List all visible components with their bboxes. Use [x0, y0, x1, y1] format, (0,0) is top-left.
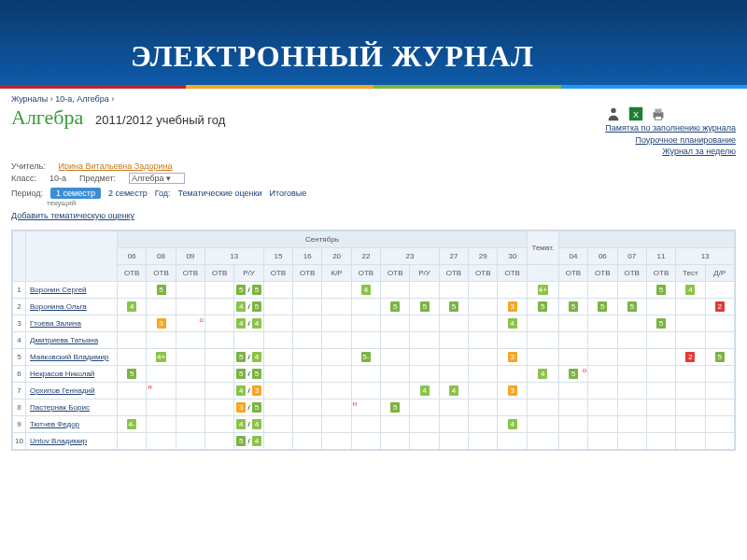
day-header[interactable]: 13 [676, 247, 735, 264]
grade-cell[interactable] [617, 365, 646, 382]
day-header[interactable]: 22 [351, 247, 380, 264]
grade-cell[interactable] [322, 365, 351, 382]
grade-cell[interactable] [498, 365, 527, 382]
grade-cell[interactable] [469, 331, 498, 348]
grade-cell[interactable] [676, 365, 705, 382]
grade-cell[interactable] [263, 331, 292, 348]
grade-cell[interactable] [118, 281, 147, 298]
excel-export-icon[interactable]: X [627, 105, 644, 122]
grade-cell[interactable] [410, 281, 439, 298]
grade-cell[interactable] [147, 399, 176, 415]
grade-cell[interactable] [293, 298, 322, 315]
grade-cell[interactable] [558, 415, 587, 432]
grade-cell[interactable] [469, 315, 498, 331]
breadcrumb-journals[interactable]: Журналы [11, 94, 48, 104]
grade-cell[interactable] [676, 298, 705, 315]
grade-cell[interactable]: 5 / 4 [234, 348, 263, 365]
grade-cell[interactable] [410, 365, 439, 382]
grade-cell[interactable] [118, 382, 147, 399]
grade-cell[interactable]: 4+ [147, 348, 176, 365]
grade-cell[interactable] [617, 432, 646, 449]
grade-cell[interactable] [147, 298, 176, 315]
grade-cell[interactable] [469, 281, 498, 298]
grade-cell[interactable] [588, 432, 617, 449]
grade-cell[interactable]: 3 [498, 298, 527, 315]
grade-cell[interactable] [410, 315, 439, 331]
grade-cell[interactable] [176, 298, 204, 315]
grade-cell[interactable] [646, 365, 675, 382]
grade-cell[interactable] [646, 382, 675, 399]
grade-cell[interactable]: 5о [558, 365, 587, 382]
grade-cell[interactable] [176, 432, 204, 449]
grade-cell[interactable] [322, 432, 351, 449]
grade-cell[interactable] [263, 399, 292, 415]
student-icon[interactable] [605, 105, 622, 122]
grade-cell[interactable]: н [351, 399, 380, 415]
day-header[interactable]: 07 [617, 247, 646, 264]
grade-cell[interactable] [439, 432, 468, 449]
grade-cell[interactable] [176, 415, 204, 432]
grade-cell[interactable] [646, 432, 675, 449]
student-name[interactable]: Орхипов Геннадий [26, 382, 118, 399]
grade-cell[interactable] [469, 348, 498, 365]
day-header[interactable]: 27 [439, 247, 468, 264]
grade-cell[interactable]: 3 [498, 382, 527, 399]
grade-cell[interactable]: 5 [439, 298, 468, 315]
grade-cell[interactable] [439, 315, 468, 331]
grade-cell[interactable]: 5 [527, 298, 558, 315]
grade-cell[interactable] [351, 432, 380, 449]
grade-cell[interactable] [293, 331, 322, 348]
grade-cell[interactable] [351, 331, 380, 348]
grade-cell[interactable] [293, 365, 322, 382]
link-week[interactable]: Журнал за неделю [605, 146, 736, 158]
grade-cell[interactable] [205, 298, 234, 315]
day-header[interactable]: 11 [646, 247, 675, 264]
grade-cell[interactable] [588, 365, 617, 382]
grade-cell[interactable] [410, 415, 439, 432]
grade-cell[interactable]: 3 [147, 315, 176, 331]
period-sem1[interactable]: 1 семестр [50, 188, 101, 199]
grade-cell[interactable]: 4 / 4 [234, 315, 263, 331]
grade-cell[interactable] [588, 281, 617, 298]
grade-cell[interactable]: 5 [118, 365, 147, 382]
student-name[interactable]: Пастернак Борис [26, 399, 118, 415]
grade-cell[interactable] [617, 331, 646, 348]
grade-cell[interactable] [322, 382, 351, 399]
grade-cell[interactable]: 4 / 4 [234, 415, 263, 432]
grade-cell[interactable] [176, 399, 204, 415]
grade-cell[interactable] [439, 415, 468, 432]
grade-cell[interactable] [118, 348, 147, 365]
grade-cell[interactable] [498, 331, 527, 348]
grade-cell[interactable] [205, 365, 234, 382]
grade-cell[interactable] [176, 331, 204, 348]
grade-cell[interactable]: 5 [381, 399, 410, 415]
grade-cell[interactable] [527, 415, 558, 432]
grade-cell[interactable] [322, 331, 351, 348]
grade-cell[interactable] [410, 348, 439, 365]
grade-cell[interactable] [381, 331, 410, 348]
grade-cell[interactable] [617, 415, 646, 432]
grade-cell[interactable] [147, 331, 176, 348]
grade-cell[interactable] [588, 399, 617, 415]
grade-cell[interactable]: 4 [498, 415, 527, 432]
add-theme-grade[interactable]: Добавить тематическую оценку [11, 211, 736, 220]
day-header[interactable]: 04 [558, 247, 587, 264]
grade-cell[interactable] [705, 399, 734, 415]
grade-cell[interactable]: 5 / 5 [234, 281, 263, 298]
day-header[interactable]: 20 [322, 247, 351, 264]
grade-cell[interactable] [527, 315, 558, 331]
grade-cell[interactable] [705, 281, 734, 298]
grade-cell[interactable] [498, 399, 527, 415]
grade-cell[interactable]: 5 [646, 315, 675, 331]
grade-cell[interactable] [439, 331, 468, 348]
student-name[interactable]: Дмитриева Татьяна [26, 331, 118, 348]
day-header[interactable]: 06 [588, 247, 617, 264]
grade-cell[interactable] [176, 382, 204, 399]
grade-cell[interactable] [381, 432, 410, 449]
grade-cell[interactable] [118, 399, 147, 415]
grade-cell[interactable] [176, 348, 204, 365]
grade-cell[interactable] [469, 382, 498, 399]
grade-cell[interactable] [676, 382, 705, 399]
grade-cell[interactable] [351, 315, 380, 331]
grade-cell[interactable] [263, 281, 292, 298]
